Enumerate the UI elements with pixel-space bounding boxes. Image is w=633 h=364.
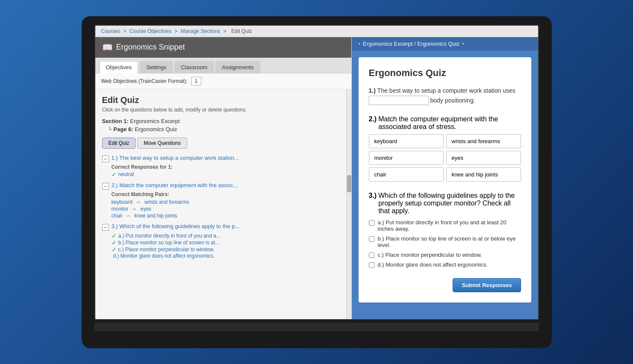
section-info: Section 1: Ergonomics Excerpt: [102, 118, 339, 124]
laptop-bottom: [94, 323, 539, 331]
correct-text-3-2: b.) Place monitor so top line of screen …: [118, 240, 220, 246]
q2-text: Match the computer equipment with the as…: [378, 115, 521, 131]
checkbox-item-3-b: b.) Place monitor so top line of screen …: [369, 235, 521, 248]
correct-item-3-4: d.) Monitor glare does not affect ergono…: [112, 253, 339, 259]
edit-quiz-title: Edit Quiz: [102, 95, 339, 105]
correct-item-3-3: ✓ c.) Place monitor perpendicular to win…: [112, 246, 339, 253]
laptop-frame: Courses > Course Objectives > Manage Sec…: [82, 16, 552, 348]
breadcrumb-edit-quiz: Edit Quiz: [231, 28, 252, 34]
left-panel: 📖 Ergonomics Snippet Objectives Settings…: [95, 37, 352, 319]
matching-pairs-2: Correct Matching Pairs: keyboard ↔ wrist…: [102, 191, 339, 219]
match-right-2-2: eyes: [141, 206, 151, 212]
match-row-2-3: chair ↔ knee and hip joints: [112, 213, 339, 219]
match-cell-wrists: wrists and forearms: [446, 134, 521, 148]
checkbox-3-d[interactable]: [369, 262, 374, 268]
breadcrumb-manage-sections[interactable]: Manage Sections: [181, 28, 221, 34]
checkmark-3-1: ✓: [112, 232, 117, 239]
main-area: 📖 Ergonomics Snippet Objectives Settings…: [95, 37, 538, 319]
collapse-q3[interactable]: −: [102, 224, 109, 231]
left-content: Edit Quiz Click on the questions below t…: [95, 89, 346, 269]
tab-settings[interactable]: Settings: [140, 61, 173, 73]
match-left-2-3: chair: [112, 213, 123, 219]
web-objectives-label: Web Objectives (TrainCaster Format):: [101, 78, 188, 84]
match-right-2-3: knee and hip joints: [135, 213, 177, 219]
left-inner: Edit Quiz Click on the questions below t…: [95, 89, 351, 319]
collapse-q2[interactable]: −: [102, 183, 109, 190]
bullet-icon-end: •: [462, 41, 464, 47]
quiz-tab-move[interactable]: Move Questions: [137, 138, 187, 149]
tabs-row: Objectives Settings Classroom Assignment…: [95, 58, 351, 73]
correct-text-3-1: a.) Put monitor directly in front of you…: [118, 233, 221, 239]
collapse-q1[interactable]: −: [102, 156, 109, 162]
q1-text-after: body positioning.: [430, 97, 475, 104]
correct-item-3-2: ✓ b.) Place monitor so top line of scree…: [112, 239, 339, 246]
match-row-2-1: keyboard ↔ wrists and forearms: [112, 199, 339, 205]
laptop-screen: Courses > Course Objectives > Manage Sec…: [94, 25, 539, 320]
question-header-1: − 1.) The best way to setup a computer w…: [102, 155, 339, 162]
correct-text-3-3: c.) Place monitor perpendicular to windo…: [118, 247, 215, 252]
correct-text-1-1: neutral: [118, 171, 134, 177]
checkbox-item-3-a: a.) Put monitor directly in front of you…: [369, 219, 521, 232]
match-cell-eyes: eyes: [446, 151, 521, 165]
question-item-1: − 1.) The best way to setup a computer w…: [102, 155, 339, 178]
web-objectives-count: 1: [191, 77, 202, 85]
right-panel: • Ergonomics Excerpt / Ergonomics Quiz •…: [352, 37, 538, 319]
question-header-3: − 3.) Which of the following guidelines …: [102, 223, 339, 231]
question-text-2[interactable]: 2.) Match the computer equipment with th…: [112, 182, 238, 188]
page-label: Page 6:: [113, 126, 133, 132]
book-icon: 📖: [102, 42, 113, 53]
checkbox-3-b[interactable]: [369, 236, 374, 242]
match-cell-knee: knee and hip joints: [446, 167, 521, 182]
match-left-2-1: keyboard: [112, 199, 132, 205]
correct-item-3-1: ✓ a.) Put monitor directly in front of y…: [112, 232, 339, 239]
checkbox-3-a[interactable]: [369, 220, 374, 226]
left-header: 📖 Ergonomics Snippet: [95, 37, 351, 58]
q1-blank[interactable]: [369, 96, 429, 105]
tab-assignments[interactable]: Assignments: [215, 61, 260, 73]
checkmark-1-1: ✓: [112, 171, 117, 178]
tab-classroom[interactable]: Classroom: [174, 61, 214, 73]
match-cell-monitor: monitor: [369, 151, 444, 165]
submit-responses-button[interactable]: Submit Responses: [453, 278, 521, 292]
checkbox-label-3-a: a.) Put monitor directly in front of you…: [378, 219, 521, 232]
quiz-preview-title: Ergonomics Quiz: [369, 68, 521, 79]
web-objectives-bar: Web Objectives (TrainCaster Format): 1: [95, 73, 351, 89]
match-arrow-2-3: ↔: [126, 213, 131, 219]
breadcrumb-course-objectives[interactable]: Course Objectives: [130, 28, 171, 34]
match-left-2-2: monitor: [112, 206, 129, 212]
correct-responses-1: Correct Responses for 1: ✓ neutral: [102, 164, 339, 178]
breadcrumb-courses[interactable]: Courses: [101, 28, 121, 34]
correct-item-1-1: ✓ neutral: [112, 171, 339, 178]
q1-text-before: The best way to setup a computer work st…: [377, 87, 515, 94]
checkbox-3-c[interactable]: [369, 252, 374, 258]
match-arrow-2-2: ↔: [132, 206, 137, 212]
quiz-preview-container[interactable]: Ergonomics Quiz 1.) The best way to setu…: [352, 50, 538, 319]
tab-objectives[interactable]: Objectives: [100, 61, 138, 73]
quiz-question-1: 1.) The best way to setup a computer wor…: [369, 87, 521, 105]
checkbox-item-3-c: c.) Place monitor perpendicular to windo…: [369, 252, 521, 258]
left-scroll-content: Edit Quiz Click on the questions below t…: [95, 89, 351, 319]
scrollbar-area[interactable]: [346, 89, 351, 319]
quiz-header-bar: • Ergonomics Excerpt / Ergonomics Quiz •: [352, 37, 538, 50]
checkbox-label-3-b: b.) Place monitor so top line of screen …: [378, 235, 521, 248]
matching-grid-2: keyboard wrists and forearms monitor eye…: [369, 134, 521, 182]
match-right-2-1: wrists and forearms: [144, 199, 189, 205]
question-text-3[interactable]: 3.) Which of the following guidelines ap…: [112, 223, 240, 229]
question-header-2: − 2.) Match the computer equipment with …: [102, 182, 339, 190]
section-label: Section 1:: [102, 118, 129, 124]
quiz-tab-edit[interactable]: Edit Quiz: [102, 138, 136, 149]
matching-label-2: Correct Matching Pairs:: [112, 191, 339, 197]
question-item-3: − 3.) Which of the following guidelines …: [102, 223, 339, 259]
correct-text-3-4: d.) Monitor glare does not affect ergono…: [113, 253, 215, 259]
section-name: Ergonomics Excerpt: [130, 118, 180, 124]
match-cell-chair: chair: [369, 167, 444, 182]
checkbox-list-3: a.) Put monitor directly in front of you…: [369, 219, 521, 268]
checkmark-3-3: ✓: [112, 246, 117, 253]
breadcrumb: Courses > Course Objectives > Manage Sec…: [95, 26, 538, 37]
checkmark-3-2: ✓: [112, 239, 117, 246]
match-row-2-2: monitor ↔ eyes: [112, 206, 339, 212]
question-text-1[interactable]: 1.) The best way to setup a computer wor…: [112, 155, 239, 161]
scrollbar-thumb[interactable]: [347, 175, 351, 192]
quiz-preview: Ergonomics Quiz 1.) The best way to setu…: [359, 57, 531, 302]
checkbox-label-3-c: c.) Place monitor perpendicular to windo…: [378, 252, 482, 258]
